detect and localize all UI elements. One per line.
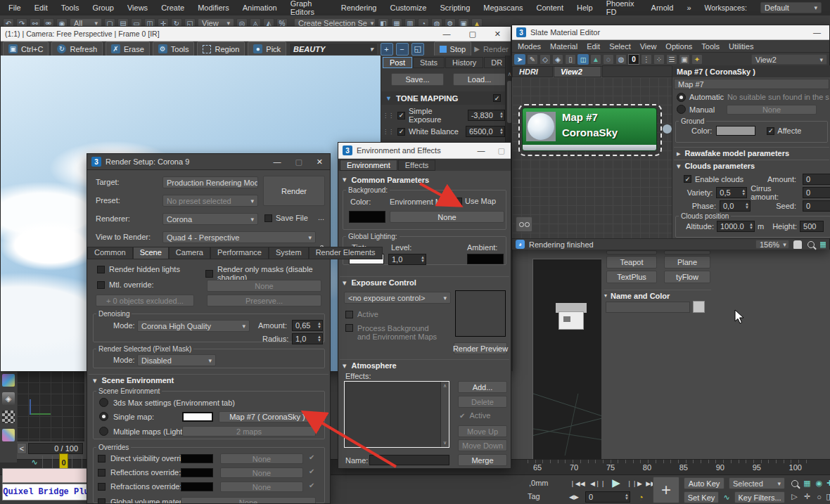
atmosphere-active-check-icon[interactable]: ✔ [459, 412, 465, 420]
single-map-color-swatch[interactable] [182, 412, 213, 422]
render-only-masks-checkbox[interactable] [205, 270, 213, 278]
menu-edit[interactable]: Edit [34, 4, 48, 12]
menu-help[interactable]: Help [577, 4, 593, 12]
exposure-control-dropdown[interactable]: <no exposure control> [344, 292, 451, 304]
textplus-button[interactable]: TextPlus [606, 271, 657, 283]
simple-exposure-spinner[interactable]: -3,830▲▼ [468, 110, 505, 121]
tab-stats[interactable]: Stats [413, 57, 445, 68]
highlight-assets-icon[interactable]: ✦ [691, 54, 703, 65]
slate-menu-view[interactable]: View [640, 42, 657, 51]
pick-material-icon[interactable]: ◇ [540, 54, 551, 65]
rawafake-rollout-header[interactable]: ▸ Rawafake model parameters [674, 147, 829, 159]
tab-empty[interactable] [602, 65, 672, 77]
mini-listener-pink[interactable] [2, 468, 95, 483]
menu-views[interactable]: Views [127, 4, 148, 12]
effects-list-scrollbar[interactable]: ∧ ∨ [440, 382, 449, 447]
global-volume-none-button[interactable]: None [181, 497, 316, 503]
process-background-checkbox[interactable] [345, 324, 353, 332]
single-map-button[interactable]: Map #7 ( CoronaSky ) [219, 411, 316, 422]
key-filters-button[interactable]: Key Filters... [734, 491, 785, 503]
name-color-rollout-header[interactable]: ▾ Name and Color [604, 290, 711, 301]
rs-minimize-button[interactable]: — [273, 157, 281, 167]
tab-view2[interactable]: View2 [554, 66, 601, 77]
drag-handle-icon[interactable]: ⋮⋮ [383, 129, 394, 135]
lightmix-maps-button[interactable]: 2 maps [182, 426, 316, 437]
target-dropdown[interactable]: Production Rendering Mode [162, 176, 258, 188]
tab-camera[interactable]: Camera [169, 247, 210, 259]
multiple-maps-radio[interactable] [99, 427, 108, 436]
scroll-down-icon[interactable]: ∨ [441, 439, 449, 446]
use-map-checkbox[interactable] [454, 198, 462, 205]
set-key-button[interactable]: Set Key [684, 491, 719, 503]
macro-icon[interactable] [2, 374, 15, 387]
direct-visibility-none-button[interactable]: None [220, 453, 303, 464]
effect-name-input[interactable] [369, 455, 449, 465]
vfb-erase-button[interactable]: ✗Erase [106, 41, 150, 56]
render-setup-titlebar[interactable]: 3 Render Setup: Corona 9 — ▢ ✕ [87, 154, 330, 170]
slate-menu-options[interactable]: Options [665, 42, 692, 51]
coronasky-node[interactable]: Map #7 CoronaSky [518, 104, 662, 156]
layout-dots-icon[interactable]: ⋮ [641, 54, 652, 65]
slate-titlebar[interactable]: 3 Slate Material Editor — [512, 25, 829, 40]
slate-view-combo[interactable]: View2 [751, 54, 827, 65]
next-frame-icon[interactable]: ❘❘▶ [626, 477, 643, 489]
exposure-active-checkbox[interactable] [345, 311, 353, 318]
tab-hdri[interactable]: HDRI [512, 66, 553, 77]
key-mode-icon[interactable]: ◀▶ [568, 491, 580, 503]
global-volume-checkbox[interactable] [98, 498, 106, 504]
previous-frame-small-button[interactable]: < [17, 443, 27, 454]
mtl-override-none-button[interactable]: None [207, 280, 321, 292]
show-maps-icon[interactable]: ◫ [577, 54, 589, 65]
object-color-swatch[interactable] [693, 301, 705, 313]
current-frame-spinner[interactable]: 0▲▼ [585, 491, 630, 503]
tab-common[interactable]: Common [87, 247, 133, 259]
atmosphere-header[interactable]: ▾ Atmosphere [340, 359, 509, 371]
tone-mapping-checkbox[interactable]: ✓ [493, 94, 501, 102]
bitmap-macro-icon[interactable] [2, 429, 15, 441]
tab-effects[interactable]: Effects [398, 160, 435, 171]
eyedropper-icon[interactable]: ✎ [527, 54, 538, 65]
enable-clouds-checkbox[interactable]: ✓ [684, 175, 691, 183]
show-shaded-icon[interactable]: ▲ [590, 54, 601, 65]
reflections-override-swatch[interactable] [181, 468, 213, 477]
env-minimize-button[interactable]: — [478, 146, 485, 155]
ground-affected-checkbox[interactable]: ✓ [767, 127, 774, 135]
env-maximize-button[interactable]: ▢ [498, 146, 505, 155]
slate-menu-material[interactable]: Material [550, 42, 577, 51]
select-arrow-icon[interactable]: ➤ [514, 54, 525, 65]
save-file-checkbox[interactable] [264, 214, 272, 222]
perspective-viewport[interactable] [532, 259, 611, 460]
tone-mapping-header[interactable]: ▼ TONE MAPPING ✓ [381, 91, 505, 105]
menu-file[interactable]: File [8, 4, 21, 12]
mini-listener-white[interactable]: Quixel Bridge Plug [2, 484, 95, 500]
refractions-override-swatch[interactable] [181, 482, 213, 491]
preserve-button[interactable]: Preserve... [207, 295, 321, 306]
zoom-reset-icon[interactable]: ◱ [411, 43, 424, 56]
menu-rendering[interactable]: Rendering [341, 4, 377, 12]
max-settings-radio[interactable] [99, 398, 108, 407]
refractions-none-button[interactable]: None [220, 482, 303, 492]
manual-radio[interactable] [677, 105, 686, 114]
vfb-titlebar[interactable]: (1:1) | Camera: Free Perspective | Frame… [1, 27, 511, 41]
curve-toggle-icon[interactable]: ∿ [28, 455, 41, 468]
vfb-copy-button[interactable]: ▣Ctrl+C [3, 41, 49, 56]
vfb-minimize-button[interactable]: — [442, 30, 450, 39]
field-of-view-icon[interactable]: ○ [814, 491, 824, 502]
layers-macro-icon[interactable]: ◈ [2, 392, 15, 405]
show-end-result-icon[interactable]: ◍ [615, 54, 627, 65]
zoom-out-icon[interactable]: − [396, 43, 409, 56]
automatic-radio[interactable] [677, 93, 686, 102]
tab-post[interactable]: Post [383, 57, 412, 68]
env-titlebar[interactable]: 3 Environment and Effects — ▢ [338, 143, 511, 159]
denoise-radius-spinner[interactable]: 1,0▲▼ [292, 333, 323, 344]
button-sliver[interactable] [606, 250, 657, 254]
render-button[interactable]: Render [263, 176, 325, 206]
maximize-toggle-icon[interactable]: ◨ [824, 491, 830, 502]
tab-history[interactable]: History [445, 57, 483, 68]
atmosphere-effects-list[interactable]: ∧ ∨ [344, 381, 449, 448]
params-subheader[interactable]: Map #7 [674, 79, 829, 89]
checker-macro-icon[interactable] [2, 411, 15, 423]
render-hidden-lights-checkbox[interactable] [97, 266, 105, 273]
menu-create[interactable]: Create [161, 4, 184, 12]
atmosphere-add-button[interactable]: Add... [458, 381, 507, 393]
